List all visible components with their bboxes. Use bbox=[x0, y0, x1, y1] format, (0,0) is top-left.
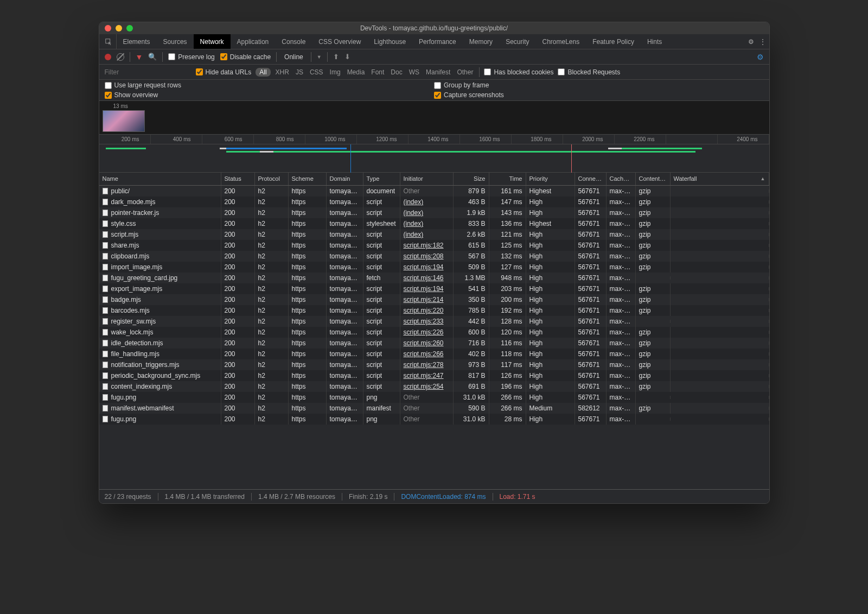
tab-console[interactable]: Console bbox=[275, 34, 312, 49]
table-row[interactable]: dark_mode.mjs200h2httpstomayac…script(in… bbox=[99, 197, 769, 207]
initiator-link[interactable]: script.mjs:278 bbox=[404, 361, 444, 369]
tab-feature-policy[interactable]: Feature Policy bbox=[586, 34, 641, 49]
timeline-tick: 2200 ms bbox=[615, 135, 666, 144]
search-icon[interactable]: 🔍 bbox=[148, 53, 157, 61]
initiator-link[interactable]: script.mjs:247 bbox=[404, 372, 444, 379]
table-row[interactable]: export_image.mjs200h2httpstomayac…script… bbox=[99, 283, 769, 294]
tab-lighthouse[interactable]: Lighthouse bbox=[367, 34, 412, 49]
filter-icon[interactable]: ▼ bbox=[136, 53, 143, 61]
initiator-link[interactable]: script.mjs:194 bbox=[404, 285, 444, 293]
table-row[interactable]: content_indexing.mjs200h2httpstomayac…sc… bbox=[99, 381, 769, 392]
initiator-link[interactable]: script.mjs:214 bbox=[404, 296, 444, 303]
table-row[interactable]: style.css200h2httpstomayac…stylesheet(in… bbox=[99, 218, 769, 229]
initiator-link[interactable]: script.mjs:226 bbox=[404, 328, 444, 336]
col-initiator: Initiator bbox=[400, 173, 454, 185]
network-settings-icon[interactable]: ⚙ bbox=[757, 53, 764, 61]
filter-type-media[interactable]: Media bbox=[346, 68, 367, 77]
group-by-frame-checkbox[interactable]: Group by frame bbox=[434, 81, 764, 89]
table-row[interactable]: badge.mjs200h2httpstomayac…scriptscript.… bbox=[99, 294, 769, 305]
initiator-link[interactable]: script.mjs:208 bbox=[404, 252, 444, 260]
throttling-caret-icon[interactable]: ▼ bbox=[317, 54, 322, 60]
filter-input[interactable] bbox=[105, 68, 192, 76]
show-overview-checkbox[interactable]: Show overview bbox=[105, 91, 435, 99]
table-row[interactable]: fugu.png200h2httpstomayac…pngOther31.0 k… bbox=[99, 414, 769, 425]
initiator-link[interactable]: (index) bbox=[404, 231, 424, 238]
preserve-log-checkbox[interactable]: Preserve log bbox=[168, 53, 214, 61]
file-icon bbox=[103, 372, 108, 379]
table-row[interactable]: periodic_background_sync.mjs200h2httpsto… bbox=[99, 370, 769, 381]
table-row[interactable]: register_sw.mjs200h2httpstomayac…scripts… bbox=[99, 316, 769, 327]
tab-performance[interactable]: Performance bbox=[412, 34, 463, 49]
table-row[interactable]: barcodes.mjs200h2httpstomayac…scriptscri… bbox=[99, 305, 769, 316]
use-large-rows-checkbox[interactable]: Use large request rows bbox=[105, 81, 435, 89]
table-row[interactable]: clipboard.mjs200h2httpstomayac…scriptscr… bbox=[99, 251, 769, 262]
table-row[interactable]: share.mjs200h2httpstomayac…scriptscript.… bbox=[99, 240, 769, 251]
filter-type-other[interactable]: Other bbox=[455, 68, 475, 77]
table-row[interactable]: public/200h2httpstomayac…documentOther87… bbox=[99, 186, 769, 197]
table-row[interactable]: script.mjs200h2httpstomayac…script(index… bbox=[99, 229, 769, 240]
throttling-select[interactable]: Online bbox=[282, 53, 305, 61]
table-row[interactable]: manifest.webmanifest200h2httpstomayac…ma… bbox=[99, 403, 769, 414]
filter-type-doc[interactable]: Doc bbox=[389, 68, 404, 77]
tab-security[interactable]: Security bbox=[499, 34, 535, 49]
record-button[interactable] bbox=[105, 54, 111, 60]
file-icon bbox=[103, 329, 108, 336]
upload-har-icon[interactable]: ⬆ bbox=[333, 53, 339, 61]
initiator-link[interactable]: script.mjs:220 bbox=[404, 307, 444, 314]
file-icon bbox=[103, 340, 108, 346]
initiator-link[interactable]: (index) bbox=[404, 209, 424, 217]
initiator-link[interactable]: script.mjs:194 bbox=[404, 263, 444, 271]
capture-screenshots-checkbox[interactable]: Capture screenshots bbox=[434, 91, 764, 99]
tab-chromelens[interactable]: ChromeLens bbox=[535, 34, 586, 49]
initiator-link[interactable]: script.mjs:233 bbox=[404, 318, 444, 325]
filter-type-manifest[interactable]: Manifest bbox=[424, 68, 452, 77]
filter-type-css[interactable]: CSS bbox=[308, 68, 325, 77]
timeline-tick bbox=[666, 135, 718, 144]
initiator-link[interactable]: script.mjs:260 bbox=[404, 339, 444, 347]
screenshot-thumbnail[interactable] bbox=[103, 110, 145, 132]
table-row[interactable]: file_handling.mjs200h2httpstomayac…scrip… bbox=[99, 349, 769, 359]
tab-elements[interactable]: Elements bbox=[117, 34, 157, 49]
blocked-requests-checkbox[interactable]: Blocked Requests bbox=[558, 68, 620, 76]
has-blocked-cookies-checkbox[interactable]: Has blocked cookies bbox=[484, 68, 553, 76]
initiator-link[interactable]: script.mjs:182 bbox=[404, 242, 444, 249]
table-row[interactable]: import_image.mjs200h2httpstomayac…script… bbox=[99, 262, 769, 273]
tab-sources[interactable]: Sources bbox=[157, 34, 194, 49]
tab-hints[interactable]: Hints bbox=[641, 34, 668, 49]
filter-type-all[interactable]: All bbox=[256, 68, 270, 77]
filter-type-ws[interactable]: WS bbox=[407, 68, 421, 77]
file-icon bbox=[103, 264, 108, 270]
table-row[interactable]: notification_triggers.mjs200h2httpstomay… bbox=[99, 359, 769, 370]
filter-type-js[interactable]: JS bbox=[294, 68, 305, 77]
filter-type-font[interactable]: Font bbox=[369, 68, 386, 77]
tab-application[interactable]: Application bbox=[231, 34, 276, 49]
settings-icon[interactable]: ⚙ bbox=[748, 38, 754, 46]
tab-network[interactable]: Network bbox=[194, 34, 231, 49]
more-icon[interactable]: ⋮ bbox=[760, 38, 766, 46]
titlebar: DevTools - tomayac.github.io/fugu-greeti… bbox=[99, 22, 769, 34]
filter-type-xhr[interactable]: XHR bbox=[274, 68, 291, 77]
filter-type-img[interactable]: Img bbox=[328, 68, 342, 77]
timeline-overview[interactable]: 200 ms400 ms600 ms800 ms1000 ms1200 ms14… bbox=[99, 135, 769, 173]
file-icon bbox=[103, 199, 108, 205]
table-row[interactable]: idle_detection.mjs200h2httpstomayac…scri… bbox=[99, 338, 769, 349]
initiator-link[interactable]: (index) bbox=[404, 198, 424, 206]
timeline-tick: 2400 ms bbox=[718, 135, 769, 144]
tab-memory[interactable]: Memory bbox=[463, 34, 499, 49]
clear-icon[interactable] bbox=[117, 53, 124, 61]
download-har-icon[interactable]: ⬇ bbox=[344, 53, 350, 61]
initiator-link[interactable]: script.mjs:266 bbox=[404, 350, 444, 358]
hide-data-urls-checkbox[interactable]: Hide data URLs bbox=[196, 68, 252, 76]
initiator-link[interactable]: script.mjs:146 bbox=[404, 274, 444, 282]
table-row[interactable]: fugu_greeting_card.jpg200h2httpstomayac…… bbox=[99, 273, 769, 283]
disable-cache-checkbox[interactable]: Disable cache bbox=[220, 53, 271, 61]
inspect-element-icon[interactable] bbox=[101, 34, 117, 49]
table-header[interactable]: Name Status Protocol Scheme Domain Type … bbox=[99, 173, 769, 186]
tab-css-overview[interactable]: CSS Overview bbox=[312, 34, 367, 49]
table-row[interactable]: wake_lock.mjs200h2httpstomayac…scriptscr… bbox=[99, 327, 769, 338]
table-row[interactable]: fugu.png200h2httpstomayac…pngOther31.0 k… bbox=[99, 392, 769, 403]
file-icon bbox=[103, 253, 108, 259]
initiator-link[interactable]: (index) bbox=[404, 220, 424, 227]
table-row[interactable]: pointer-tracker.js200h2httpstomayac…scri… bbox=[99, 207, 769, 218]
initiator-link[interactable]: script.mjs:254 bbox=[404, 383, 444, 390]
